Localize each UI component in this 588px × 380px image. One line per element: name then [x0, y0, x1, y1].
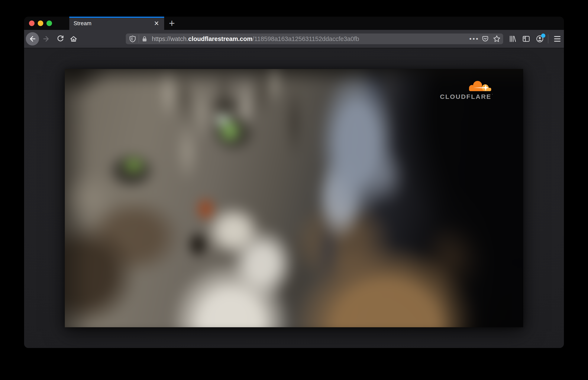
browser-window: Stream × +: [24, 17, 564, 348]
cloudflare-logo: CLOUDFLARE’: [440, 80, 493, 100]
url-domain: cloudflarestream.com: [188, 36, 252, 42]
toolbar-separator: [548, 34, 548, 43]
window-controls: [29, 20, 52, 26]
hamburger-icon: [554, 36, 560, 42]
reload-icon: [56, 35, 65, 43]
menu-button[interactable]: [551, 32, 561, 45]
address-bar-separator: [138, 35, 139, 43]
tab-bar: Stream × +: [24, 17, 564, 30]
page-actions-button[interactable]: •••: [469, 34, 478, 44]
window-zoom-button[interactable]: [47, 20, 52, 26]
ellipsis-icon: •••: [468, 35, 479, 42]
back-button[interactable]: [26, 32, 39, 45]
cloudflare-wordmark-text: CLOUDFLARE: [440, 94, 491, 100]
home-icon: [69, 35, 78, 43]
tab-stream[interactable]: Stream ×: [69, 17, 164, 30]
cloudflare-cloud-icon: [467, 80, 493, 92]
library-button[interactable]: [507, 32, 518, 45]
url-path: /118598a163a125631152ddaccfe3a0fb: [252, 36, 359, 42]
library-icon: [508, 35, 517, 43]
page-content: CLOUDFLARE’: [24, 48, 564, 348]
shield-icon: [129, 35, 136, 42]
pocket-icon: [481, 35, 489, 43]
reload-button[interactable]: [55, 32, 66, 45]
notification-dot: [541, 34, 545, 38]
tracking-protection-button[interactable]: [128, 34, 137, 44]
forward-button[interactable]: [41, 32, 51, 45]
tab-title: Stream: [73, 20, 91, 27]
new-tab-button[interactable]: +: [167, 17, 177, 30]
bookmark-button[interactable]: [492, 34, 502, 44]
sidebar-button[interactable]: [521, 32, 531, 45]
account-button[interactable]: [535, 32, 545, 45]
navigation-toolbar: https://watch.cloudflarestream.com/11859…: [24, 30, 564, 48]
forward-icon: [42, 35, 51, 43]
cloudflare-wordmark: CLOUDFLARE’: [440, 94, 493, 100]
video-player[interactable]: CLOUDFLARE’: [65, 69, 523, 327]
home-button[interactable]: [69, 32, 79, 45]
bookmark-star-icon: [493, 35, 501, 43]
url-prefix: https://watch.: [152, 36, 188, 42]
address-bar[interactable]: https://watch.cloudflarestream.com/11859…: [126, 34, 503, 44]
sidebar-icon: [522, 35, 530, 43]
cloudflare-trademark: ’: [492, 94, 493, 96]
video-frame-cat: [65, 69, 523, 327]
url-text[interactable]: https://watch.cloudflarestream.com/11859…: [152, 36, 467, 42]
tab-close-icon[interactable]: ×: [151, 17, 162, 30]
lock-icon: [141, 36, 148, 42]
back-icon: [28, 35, 37, 43]
window-close-button[interactable]: [29, 20, 35, 26]
save-to-pocket-button[interactable]: [481, 34, 490, 44]
window-minimize-button[interactable]: [38, 20, 43, 26]
